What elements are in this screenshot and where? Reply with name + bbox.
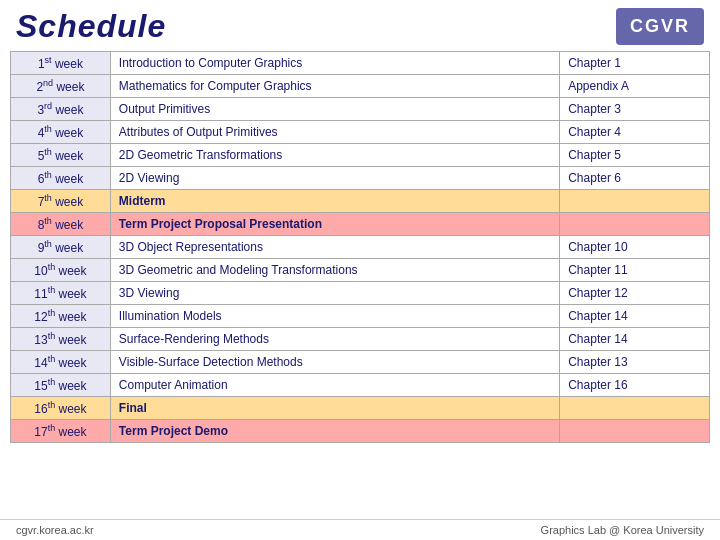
week-cell: 13th week: [11, 328, 111, 351]
table-row: 16th weekFinal: [11, 397, 710, 420]
topic-cell: 3D Geometric and Modeling Transformation…: [110, 259, 559, 282]
chapter-cell: Chapter 10: [560, 236, 710, 259]
topic-cell: Computer Animation: [110, 374, 559, 397]
topic-cell: Final: [110, 397, 559, 420]
chapter-cell: Chapter 1: [560, 52, 710, 75]
week-cell: 1st week: [11, 52, 111, 75]
chapter-cell: Chapter 14: [560, 328, 710, 351]
week-cell: 4th week: [11, 121, 111, 144]
chapter-cell: Chapter 5: [560, 144, 710, 167]
chapter-cell: [560, 397, 710, 420]
topic-cell: Attributes of Output Primitives: [110, 121, 559, 144]
table-row: 17th weekTerm Project Demo: [11, 420, 710, 443]
table-row: 6th week2D ViewingChapter 6: [11, 167, 710, 190]
topic-cell: Illumination Models: [110, 305, 559, 328]
table-row: 9th week3D Object RepresentationsChapter…: [11, 236, 710, 259]
header: Schedule CGVR: [0, 0, 720, 51]
table-row: 8th weekTerm Project Proposal Presentati…: [11, 213, 710, 236]
week-cell: 5th week: [11, 144, 111, 167]
chapter-cell: Chapter 16: [560, 374, 710, 397]
schedule-table-container: 1st weekIntroduction to Computer Graphic…: [0, 51, 720, 519]
topic-cell: 2D Geometric Transformations: [110, 144, 559, 167]
topic-cell: Output Primitives: [110, 98, 559, 121]
chapter-cell: Chapter 12: [560, 282, 710, 305]
table-row: 12th weekIllumination ModelsChapter 14: [11, 305, 710, 328]
week-cell: 2nd week: [11, 75, 111, 98]
week-cell: 17th week: [11, 420, 111, 443]
logo: CGVR: [616, 8, 704, 45]
schedule-table: 1st weekIntroduction to Computer Graphic…: [10, 51, 710, 443]
chapter-cell: [560, 420, 710, 443]
week-cell: 8th week: [11, 213, 111, 236]
footer-left: cgvr.korea.ac.kr: [16, 524, 94, 536]
week-cell: 3rd week: [11, 98, 111, 121]
topic-cell: Term Project Proposal Presentation: [110, 213, 559, 236]
chapter-cell: Chapter 4: [560, 121, 710, 144]
topic-cell: Surface-Rendering Methods: [110, 328, 559, 351]
table-row: 15th weekComputer AnimationChapter 16: [11, 374, 710, 397]
page: Schedule CGVR 1st weekIntroduction to Co…: [0, 0, 720, 540]
footer: cgvr.korea.ac.kr Graphics Lab @ Korea Un…: [0, 519, 720, 540]
week-cell: 15th week: [11, 374, 111, 397]
footer-right: Graphics Lab @ Korea University: [541, 524, 704, 536]
chapter-cell: Chapter 3: [560, 98, 710, 121]
topic-cell: 2D Viewing: [110, 167, 559, 190]
chapter-cell: Chapter 14: [560, 305, 710, 328]
chapter-cell: Chapter 11: [560, 259, 710, 282]
week-cell: 6th week: [11, 167, 111, 190]
table-row: 13th weekSurface-Rendering MethodsChapte…: [11, 328, 710, 351]
chapter-cell: [560, 213, 710, 236]
table-row: 2nd weekMathematics for Computer Graphic…: [11, 75, 710, 98]
topic-cell: Introduction to Computer Graphics: [110, 52, 559, 75]
topic-cell: Mathematics for Computer Graphics: [110, 75, 559, 98]
week-cell: 9th week: [11, 236, 111, 259]
topic-cell: Visible-Surface Detection Methods: [110, 351, 559, 374]
week-cell: 7th week: [11, 190, 111, 213]
topic-cell: Term Project Demo: [110, 420, 559, 443]
table-row: 5th week2D Geometric TransformationsChap…: [11, 144, 710, 167]
page-title: Schedule: [16, 8, 166, 45]
table-row: 11th week3D ViewingChapter 12: [11, 282, 710, 305]
topic-cell: Midterm: [110, 190, 559, 213]
topic-cell: 3D Viewing: [110, 282, 559, 305]
table-row: 3rd weekOutput PrimitivesChapter 3: [11, 98, 710, 121]
week-cell: 14th week: [11, 351, 111, 374]
week-cell: 16th week: [11, 397, 111, 420]
table-row: 10th week3D Geometric and Modeling Trans…: [11, 259, 710, 282]
table-row: 4th weekAttributes of Output PrimitivesC…: [11, 121, 710, 144]
chapter-cell: Chapter 6: [560, 167, 710, 190]
week-cell: 11th week: [11, 282, 111, 305]
table-row: 1st weekIntroduction to Computer Graphic…: [11, 52, 710, 75]
table-row: 14th weekVisible-Surface Detection Metho…: [11, 351, 710, 374]
chapter-cell: Chapter 13: [560, 351, 710, 374]
table-row: 7th weekMidterm: [11, 190, 710, 213]
chapter-cell: Appendix A: [560, 75, 710, 98]
topic-cell: 3D Object Representations: [110, 236, 559, 259]
week-cell: 12th week: [11, 305, 111, 328]
week-cell: 10th week: [11, 259, 111, 282]
chapter-cell: [560, 190, 710, 213]
